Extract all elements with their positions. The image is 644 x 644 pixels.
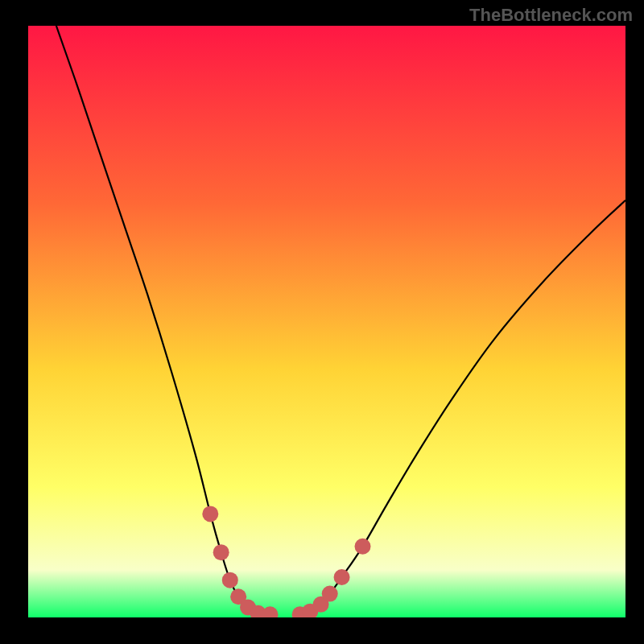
marker-dot [322, 586, 338, 602]
marker-dot [334, 569, 350, 585]
bottleneck-chart [0, 0, 644, 644]
marker-dot [202, 506, 218, 522]
marker-dot [222, 572, 238, 588]
marker-dot [355, 539, 371, 555]
marker-dot [213, 544, 229, 560]
plot-background [28, 26, 625, 617]
chart-stage: TheBottleneck.com [0, 0, 644, 644]
marker-dot [262, 606, 279, 622]
